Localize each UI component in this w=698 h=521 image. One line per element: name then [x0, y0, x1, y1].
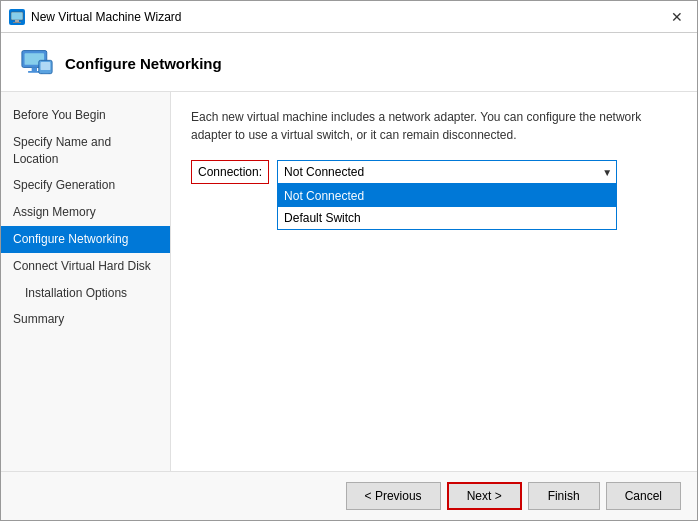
dropdown-arrow-icon: ▼	[602, 167, 612, 178]
previous-button[interactable]: < Previous	[346, 482, 441, 510]
header-icon	[21, 47, 53, 79]
svg-rect-8	[41, 62, 51, 70]
svg-rect-0	[11, 12, 23, 20]
connection-label: Connection:	[191, 160, 269, 184]
sidebar-item[interactable]: Before You Begin	[1, 102, 170, 129]
dropdown-selected-value[interactable]: Not Connected ▼	[277, 160, 617, 184]
finish-button[interactable]: Finish	[528, 482, 600, 510]
dropdown-option-not-connected[interactable]: Not Connected	[278, 185, 616, 207]
app-icon	[9, 9, 25, 25]
next-button[interactable]: Next >	[447, 482, 522, 510]
dropdown-list: Not Connected Default Switch	[277, 184, 617, 230]
svg-rect-2	[13, 22, 21, 23]
page-title: Configure Networking	[65, 55, 222, 72]
svg-rect-1	[15, 20, 19, 22]
footer: < Previous Next > Finish Cancel	[1, 471, 697, 520]
sidebar-item[interactable]: Specify Generation	[1, 172, 170, 199]
sidebar-item[interactable]: Specify Name and Location	[1, 129, 170, 173]
sidebar-item[interactable]: Installation Options	[1, 280, 170, 307]
svg-rect-5	[32, 67, 37, 71]
sidebar: Before You BeginSpecify Name and Locatio…	[1, 92, 171, 471]
content-area: Before You BeginSpecify Name and Locatio…	[1, 92, 697, 471]
sidebar-item[interactable]: Configure Networking	[1, 226, 170, 253]
dropdown-option-default-switch[interactable]: Default Switch	[278, 207, 616, 229]
connection-form-row: Connection: Not Connected ▼ Not Connecte…	[191, 160, 677, 184]
window-title: New Virtual Machine Wizard	[31, 10, 665, 24]
close-button[interactable]: ✕	[665, 7, 689, 27]
description-text: Each new virtual machine includes a netw…	[191, 108, 677, 144]
connection-dropdown[interactable]: Not Connected ▼ Not Connected Default Sw…	[277, 160, 617, 184]
main-content: Each new virtual machine includes a netw…	[171, 92, 697, 471]
title-bar: New Virtual Machine Wizard ✕	[1, 1, 697, 33]
svg-rect-10	[42, 72, 48, 73]
sidebar-item[interactable]: Connect Virtual Hard Disk	[1, 253, 170, 280]
page-header: Configure Networking	[1, 33, 697, 92]
svg-rect-9	[44, 70, 47, 72]
cancel-button[interactable]: Cancel	[606, 482, 681, 510]
main-window: New Virtual Machine Wizard ✕ Configure N…	[0, 0, 698, 521]
sidebar-item[interactable]: Summary	[1, 306, 170, 333]
sidebar-item[interactable]: Assign Memory	[1, 199, 170, 226]
selected-text: Not Connected	[284, 165, 364, 179]
